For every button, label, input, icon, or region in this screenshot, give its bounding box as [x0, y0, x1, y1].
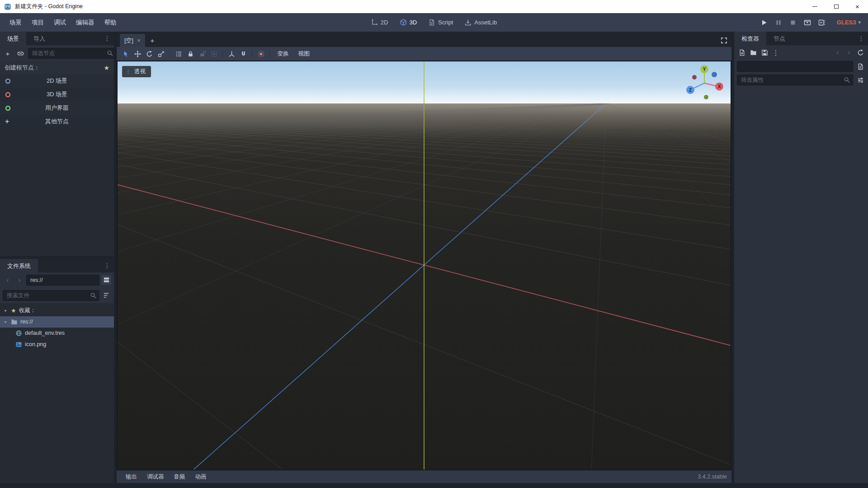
chevron-left-icon: ‹ [6, 277, 9, 284]
favorites-row[interactable]: ▾ ★ 收藏： [0, 305, 114, 316]
history-list-button[interactable] [855, 47, 865, 57]
property-filter-input[interactable] [737, 75, 853, 85]
view-menu[interactable]: 视图 [294, 48, 314, 60]
history-forward-button[interactable]: › [844, 47, 854, 57]
move-tool-button[interactable] [132, 48, 143, 59]
history-back-button[interactable]: ‹ [833, 47, 843, 57]
axis-neg-y-ball[interactable] [704, 95, 708, 99]
tab-import[interactable]: 导入 [26, 32, 52, 45]
tree-item-res-root[interactable]: ▾ res:// [0, 316, 114, 328]
minimize-button[interactable] [804, 0, 826, 13]
workspace-assetlib-button[interactable]: AssetLib [460, 16, 502, 28]
toggle-split-mode-button[interactable] [101, 275, 111, 285]
play-button[interactable] [758, 17, 770, 28]
tree-item-icon-png[interactable]: icon.png [0, 339, 114, 350]
distraction-free-button[interactable] [719, 35, 729, 45]
object-name-field [737, 61, 853, 72]
menu-project[interactable]: 项目 [27, 16, 49, 29]
axis-neg-x-ball[interactable] [692, 75, 697, 80]
node-filter-input[interactable] [28, 48, 116, 59]
dock-menu-icon[interactable]: ⋮ [100, 262, 114, 269]
workspace-2d-button[interactable]: 2D [366, 16, 393, 28]
version-label: 3.4.2.stable [698, 474, 727, 480]
inspector-tab-bar: 检查器 节点 ⋮ [734, 32, 868, 45]
sliders-icon [857, 77, 864, 84]
pause-button[interactable] [773, 17, 784, 28]
local-space-button[interactable] [226, 48, 237, 59]
dock-menu-icon[interactable]: ⋮ [100, 35, 114, 42]
lock-button[interactable] [185, 48, 196, 59]
tab-filesystem[interactable]: 文件系统 [0, 259, 38, 272]
play-custom-scene-button[interactable] [816, 17, 828, 28]
dots-icon: ⋮ [125, 68, 131, 75]
scene-tab-empty[interactable]: [空] × [119, 33, 146, 47]
group-button[interactable] [208, 48, 219, 59]
create-root-2d-scene-button[interactable]: 2D 场景 [0, 74, 114, 88]
unlock-button[interactable] [197, 48, 208, 59]
nav-back-button[interactable]: ‹ [3, 275, 13, 285]
create-root-3d-scene-button[interactable]: 3D 场景 [0, 88, 114, 101]
audio-button[interactable]: 音频 [170, 471, 190, 483]
tree-item-default-env[interactable]: default_env.tres [0, 328, 114, 339]
collapse-icon[interactable]: ▾ [3, 319, 8, 324]
load-resource-button[interactable] [748, 47, 758, 57]
snap-button[interactable] [238, 48, 249, 59]
new-resource-button[interactable] [737, 47, 747, 57]
add-node-button[interactable]: + [3, 48, 13, 58]
resource-options-button[interactable]: ⋮ [771, 47, 781, 57]
close-icon[interactable]: × [137, 37, 141, 44]
save-resource-button[interactable] [760, 47, 769, 57]
create-root-ui-button[interactable]: 用户界面 [0, 101, 114, 115]
workspace-3d-button[interactable]: 3D [395, 16, 422, 28]
3d-cube-icon [400, 19, 406, 26]
chevron-right-icon: › [848, 49, 850, 56]
tab-node[interactable]: 节点 [766, 32, 793, 45]
new-scene-tab-button[interactable]: + [147, 35, 157, 45]
transform-menu[interactable]: 变换 [273, 48, 293, 60]
tab-inspector[interactable]: 检查器 [734, 32, 766, 45]
file-search-input[interactable] [3, 290, 99, 301]
select-tool-button[interactable] [120, 48, 131, 59]
workspace-script-button[interactable]: Script [424, 16, 458, 28]
axis-y-label: Y [703, 67, 706, 72]
rotate-tool-button[interactable] [144, 48, 155, 59]
create-root-other-button[interactable]: + 其他节点 [0, 115, 114, 128]
tab-scene[interactable]: 场景 [0, 32, 26, 45]
stop-button[interactable] [787, 17, 799, 28]
file-sort-button[interactable] [101, 291, 111, 300]
chevron-right-icon: › [18, 277, 20, 284]
view-axes-gizmo[interactable]: Y X Z [683, 63, 724, 103]
preview-environment-button[interactable] [255, 48, 266, 59]
property-tools-button[interactable] [855, 75, 865, 85]
scale-icon [158, 51, 165, 57]
menu-debug[interactable]: 调试 [49, 16, 71, 29]
collapse-icon[interactable]: ▾ [3, 308, 8, 313]
menu-editor[interactable]: 编辑器 [71, 16, 99, 29]
axis-neg-z-ball[interactable] [712, 72, 717, 77]
inspector-empty-area [734, 87, 868, 483]
open-docs-button[interactable] [855, 61, 865, 71]
maximize-button[interactable] [826, 0, 847, 13]
dock-menu-icon[interactable]: ⋮ [854, 35, 868, 42]
instance-scene-button[interactable] [15, 48, 25, 58]
menu-help[interactable]: 帮助 [99, 16, 122, 29]
favorites-star-icon[interactable]: ★ [104, 64, 109, 71]
path-breadcrumb[interactable]: res:// [26, 275, 99, 286]
doc-page-icon [857, 63, 864, 70]
renderer-select[interactable]: GLES3 ▾ [834, 17, 863, 28]
perspective-menu[interactable]: ⋮ 透视 [122, 66, 151, 77]
close-button[interactable]: × [847, 0, 868, 13]
maximize-icon [834, 5, 839, 9]
animation-button[interactable]: 动画 [191, 471, 211, 483]
play-scene-button[interactable] [802, 17, 813, 28]
menu-scene[interactable]: 场景 [5, 16, 27, 29]
perspective-label: 透视 [134, 68, 146, 75]
bottom-panel-bar: 输出 调试器 音频 动画 3.4.2.stable [117, 470, 731, 483]
scale-tool-button[interactable] [156, 48, 166, 59]
3d-viewport[interactable]: ⋮ 透视 Y X Z [117, 61, 731, 470]
selection-list-button[interactable] [173, 48, 184, 59]
nav-forward-button[interactable]: › [14, 275, 24, 285]
plus-icon: + [150, 37, 154, 44]
output-button[interactable]: 输出 [121, 471, 142, 483]
debugger-button[interactable]: 调试器 [142, 471, 169, 483]
